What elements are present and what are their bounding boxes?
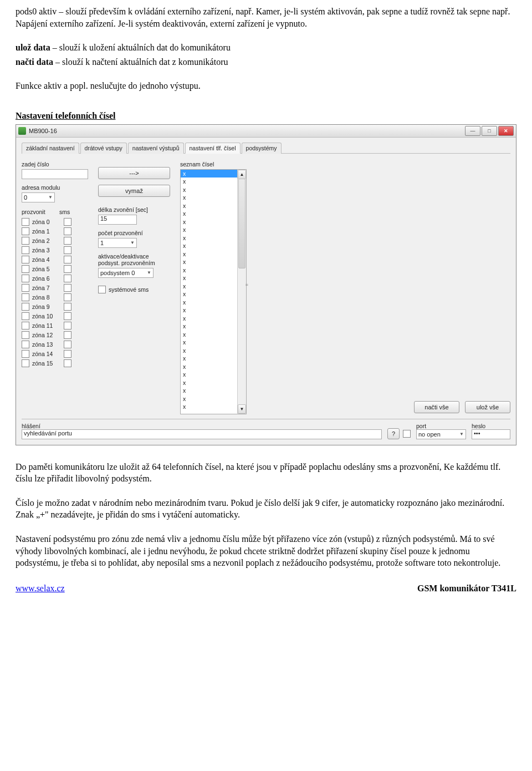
- delete-button[interactable]: vymaž: [98, 185, 170, 197]
- list-mid-marker: =: [245, 282, 248, 287]
- list-item[interactable]: x: [181, 354, 246, 363]
- tab-vystupy[interactable]: nastavení výstupů: [128, 143, 184, 154]
- zone-row: zóna 2: [22, 236, 88, 245]
- list-item[interactable]: x: [181, 363, 246, 371]
- select-port[interactable]: no open▼: [416, 429, 466, 439]
- checkbox-prozvonit[interactable]: [22, 350, 29, 358]
- list-item[interactable]: x: [181, 250, 246, 258]
- list-item[interactable]: x: [181, 218, 246, 226]
- list-item[interactable]: x: [181, 194, 246, 202]
- checkbox-prozvonit[interactable]: [22, 341, 29, 348]
- scroll-down-button[interactable]: ▼: [238, 404, 246, 414]
- zone-label: zóna 5: [32, 266, 61, 272]
- checkbox-sms[interactable]: [64, 237, 71, 245]
- list-item[interactable]: x: [181, 202, 246, 210]
- close-button[interactable]: ✕: [498, 126, 514, 136]
- list-item[interactable]: x: [181, 290, 246, 298]
- checkbox-prozvonit[interactable]: [22, 246, 29, 254]
- list-item[interactable]: x: [181, 395, 246, 403]
- checkbox-sms[interactable]: [64, 303, 71, 311]
- label-hlaseni: hlášení: [22, 423, 382, 429]
- list-item[interactable]: x: [181, 387, 246, 395]
- checkbox-sms[interactable]: [64, 218, 71, 226]
- checkbox-prozvonit[interactable]: [22, 312, 29, 320]
- input-hlaseni[interactable]: vyhledávání portu: [22, 429, 382, 439]
- help-button[interactable]: ?: [387, 428, 400, 439]
- checkbox-sms[interactable]: [64, 293, 71, 301]
- checkbox-prozvonit[interactable]: [22, 275, 29, 282]
- checkbox-prozvonit[interactable]: [22, 284, 29, 292]
- footer-link-selax[interactable]: www.selax.cz: [16, 584, 65, 594]
- add-number-button[interactable]: --->: [98, 167, 170, 179]
- list-item[interactable]: x: [181, 258, 246, 266]
- checkbox-prozvonit[interactable]: [22, 218, 29, 226]
- list-item[interactable]: x: [181, 226, 246, 234]
- list-item[interactable]: x: [181, 177, 246, 186]
- checkbox-status[interactable]: [403, 430, 411, 438]
- checkbox-prozvonit[interactable]: [22, 322, 29, 329]
- checkbox-prozvonit[interactable]: [22, 359, 29, 367]
- tab-zakladni[interactable]: základní nastavení: [22, 143, 79, 154]
- list-item[interactable]: x: [181, 338, 246, 347]
- list-item[interactable]: x: [181, 210, 246, 218]
- input-delka-zvoneni[interactable]: 15: [98, 215, 137, 225]
- nacti-vse-button[interactable]: načti vše: [414, 401, 459, 413]
- select-adresa-modulu[interactable]: 0▼: [22, 192, 55, 202]
- list-item[interactable]: x: [181, 315, 246, 323]
- checkbox-sms[interactable]: [64, 256, 71, 263]
- checkbox-sms[interactable]: [64, 275, 71, 282]
- list-item[interactable]: x: [181, 403, 246, 411]
- checkbox-sms[interactable]: [64, 359, 71, 367]
- select-podsystem[interactable]: podsystem 0▼: [98, 268, 154, 278]
- list-item[interactable]: x: [181, 234, 246, 242]
- scroll-up-button[interactable]: ▲: [238, 170, 246, 179]
- checkbox-prozvonit[interactable]: [22, 237, 29, 245]
- input-zadej-cislo[interactable]: [22, 169, 88, 179]
- minimize-button[interactable]: —: [465, 126, 480, 136]
- checkbox-prozvonit[interactable]: [22, 265, 29, 273]
- checkbox-systemove-sms[interactable]: [98, 286, 106, 293]
- select-pocet-prozvoneni[interactable]: 1▼: [98, 238, 137, 248]
- checkbox-sms[interactable]: [64, 341, 71, 348]
- list-item[interactable]: x: [181, 331, 246, 339]
- uloz-vse-button[interactable]: ulož vše: [465, 401, 510, 413]
- checkbox-sms[interactable]: [64, 227, 71, 235]
- listbox-seznam-cisel[interactable]: xxxxxxxxxxxxxxxxxxxxxxxxxxxxxx: [180, 169, 247, 414]
- list-item[interactable]: x: [181, 170, 246, 178]
- label-aktivace-2: podsyst. prozvoněním: [98, 260, 170, 266]
- checkbox-sms[interactable]: [64, 350, 71, 358]
- checkbox-prozvonit[interactable]: [22, 293, 29, 301]
- list-item[interactable]: x: [181, 186, 246, 194]
- list-item[interactable]: x: [181, 282, 246, 291]
- checkbox-sms[interactable]: [64, 265, 71, 273]
- list-item[interactable]: x: [181, 347, 246, 355]
- list-item[interactable]: x: [181, 274, 246, 282]
- zone-label: zóna 10: [32, 313, 61, 319]
- checkbox-sms[interactable]: [64, 331, 71, 339]
- checkbox-prozvonit[interactable]: [22, 227, 29, 235]
- list-item[interactable]: x: [181, 242, 246, 250]
- tab-tlf-cisel[interactable]: nastavení tlf. čísel: [185, 143, 241, 154]
- checkbox-prozvonit[interactable]: [22, 256, 29, 263]
- scroll-thumb[interactable]: [238, 179, 245, 268]
- scrollbar[interactable]: ▲ ▼: [237, 170, 246, 414]
- chevron-down-icon: ▼: [130, 240, 135, 245]
- list-item[interactable]: x: [181, 379, 246, 387]
- maximize-button[interactable]: □: [482, 126, 497, 136]
- checkbox-sms[interactable]: [64, 322, 71, 329]
- checkbox-prozvonit[interactable]: [22, 303, 29, 311]
- list-item[interactable]: x: [181, 298, 246, 307]
- list-item[interactable]: x: [181, 371, 246, 379]
- zone-label: zóna 6: [32, 275, 61, 282]
- input-heslo[interactable]: •••: [472, 429, 510, 439]
- tab-dratove[interactable]: drátové vstupy: [80, 143, 127, 154]
- list-item[interactable]: x: [181, 306, 246, 315]
- checkbox-prozvonit[interactable]: [22, 331, 29, 339]
- chevron-down-icon: ▼: [459, 432, 464, 437]
- checkbox-sms[interactable]: [64, 284, 71, 292]
- tab-podsystemy[interactable]: podsystémy: [242, 143, 282, 154]
- list-item[interactable]: x: [181, 322, 246, 331]
- list-item[interactable]: x: [181, 266, 246, 275]
- checkbox-sms[interactable]: [64, 312, 71, 320]
- checkbox-sms[interactable]: [64, 246, 71, 254]
